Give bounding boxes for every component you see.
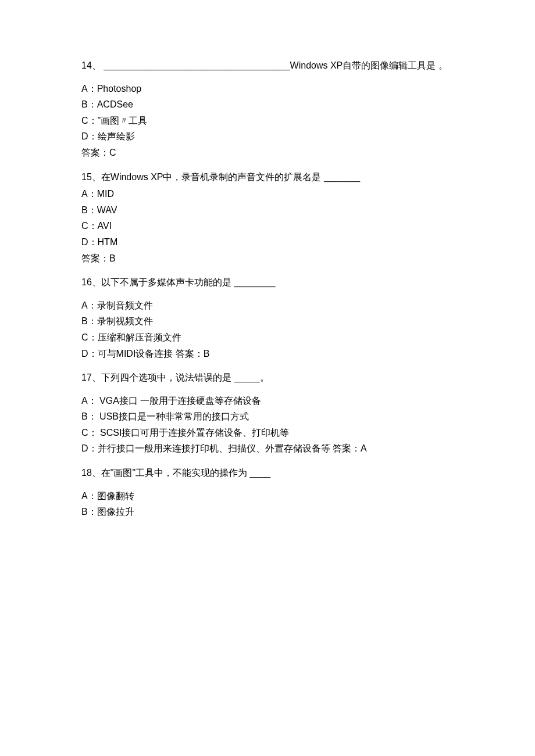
option-b: B：图像拉升: [81, 504, 465, 519]
option-c: C：AVI: [81, 218, 465, 234]
question-block-14: 14、 ____________________________________…: [81, 58, 465, 160]
option-b: B： USB接口是一种非常常用的接口方式: [81, 409, 465, 424]
question-number: 16、: [81, 277, 101, 287]
question-number: 17、: [81, 372, 101, 382]
question-block-18: 18、在"画图"工具中，不能实现的操作为 ____ A：图像翻转 B：图像拉升: [81, 465, 465, 519]
option-c: C："画图〃工具: [81, 113, 465, 128]
question-text: 以下不属于多媒体声卡功能的是 ________: [101, 277, 276, 287]
question-number: 15、: [81, 172, 101, 182]
option-a: A：Photoshop: [81, 81, 465, 96]
question-number: 14、: [81, 60, 101, 70]
option-a: A：录制音频文件: [81, 298, 465, 313]
answer-line: 答案：B: [81, 251, 465, 266]
question-text: 下列四个选项中，说法错误的是 _____。: [101, 372, 269, 382]
question-header: 14、 ____________________________________…: [81, 58, 465, 73]
option-c: C： SCSI接口可用于连接外置存储设备、打印机等: [81, 425, 465, 440]
answer-line: 答案：C: [81, 145, 465, 160]
question-block-16: 16、以下不属于多媒体声卡功能的是 ________ A：录制音频文件 B：录制…: [81, 275, 465, 361]
option-d: D：并行接口一般用来连接打印机、扫描仪、外置存储设备等 答案：A: [81, 441, 465, 456]
question-header: 16、以下不属于多媒体声卡功能的是 ________: [81, 275, 465, 290]
question-number: 18、: [81, 468, 101, 478]
question-header: 15、在Windows XP中，录音机录制的声音文件的扩展名是 _______: [81, 170, 465, 185]
question-text: 在"画图"工具中，不能实现的操作为 ____: [101, 468, 270, 478]
option-a: A：图像翻转: [81, 489, 465, 504]
question-text: 在Windows XP中，录音机录制的声音文件的扩展名是 _______: [101, 172, 360, 182]
option-b: B：录制视频文件: [81, 314, 465, 329]
option-a: A：MID: [81, 187, 465, 202]
document-page: 14、 ____________________________________…: [0, 0, 535, 564]
option-d: D：可与MIDI设备连接 答案：B: [81, 346, 465, 361]
option-c: C：压缩和解压音频文件: [81, 330, 465, 345]
question-block-17: 17、下列四个选项中，说法错误的是 _____。 A： VGA接口 一般用于连接…: [81, 370, 465, 456]
option-d: D：绘声绘影: [81, 129, 465, 144]
question-header: 18、在"画图"工具中，不能实现的操作为 ____: [81, 465, 465, 481]
option-d: D：HTM: [81, 235, 465, 250]
option-a: A： VGA接口 一般用于连接硬盘等存储设备: [81, 393, 465, 409]
question-text: ____________________________________Wind…: [101, 60, 448, 70]
question-block-15: 15、在Windows XP中，录音机录制的声音文件的扩展名是 _______ …: [81, 170, 465, 266]
option-b: B：ACDSee: [81, 97, 465, 112]
question-header: 17、下列四个选项中，说法错误的是 _____。: [81, 370, 465, 385]
option-b: B：WAV: [81, 203, 465, 218]
